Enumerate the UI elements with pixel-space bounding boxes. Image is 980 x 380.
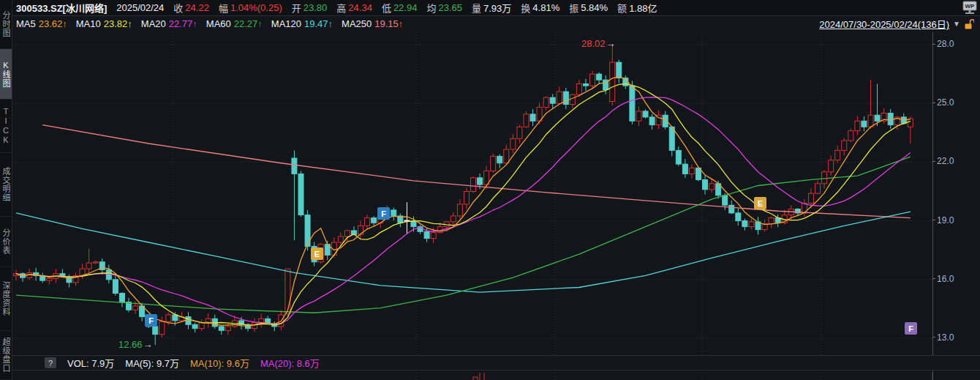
candle[interactable]	[530, 109, 535, 126]
date-range-label[interactable]: 2024/07/30-2025/02/24(136日)	[819, 17, 949, 31]
candle[interactable]	[40, 272, 45, 283]
candle[interactable]	[649, 114, 655, 130]
candle[interactable]	[590, 71, 595, 89]
wp-monitor-icon[interactable]: WP	[961, 1, 979, 15]
candle[interactable]	[742, 219, 747, 231]
candle[interactable]	[908, 116, 913, 144]
quote-fields: 收24.22幅1.04%(0.25)开23.80高24.34低22.94均23.…	[173, 1, 657, 15]
marker-badge-e[interactable]: E	[311, 247, 323, 260]
candle[interactable]	[517, 124, 522, 143]
candle[interactable]	[292, 150, 297, 240]
candle[interactable]	[656, 110, 661, 129]
candle[interactable]	[669, 126, 674, 156]
candle[interactable]	[451, 212, 456, 226]
help-icon[interactable]: ?	[45, 357, 56, 368]
candle[interactable]	[398, 214, 403, 228]
candle[interactable]	[550, 94, 555, 108]
sidebar-item-1[interactable]: K线图	[0, 49, 12, 100]
candle[interactable]	[358, 220, 363, 239]
candle[interactable]	[491, 153, 496, 173]
candle[interactable]	[881, 108, 886, 124]
unlock-icon[interactable]	[964, 18, 974, 29]
candle[interactable]	[93, 261, 98, 264]
candle[interactable]	[769, 217, 774, 228]
sidebar-item-4[interactable]: 分价表	[0, 217, 12, 267]
candle[interactable]	[736, 208, 741, 226]
candle[interactable]	[457, 199, 462, 219]
candle[interactable]	[643, 109, 648, 118]
candle[interactable]	[119, 292, 124, 307]
marker-badge-f[interactable]: F	[377, 207, 390, 220]
candle[interactable]	[563, 88, 568, 109]
candle[interactable]	[298, 171, 304, 217]
candle[interactable]	[623, 75, 628, 89]
candle[interactable]	[206, 313, 211, 327]
candle[interactable]	[543, 96, 549, 111]
sidebar-item-2[interactable]: TICK	[0, 100, 12, 153]
candle[interactable]	[219, 326, 224, 335]
candle[interactable]	[676, 146, 681, 166]
candle[interactable]	[822, 170, 827, 188]
candle[interactable]	[868, 80, 873, 129]
candle[interactable]	[47, 277, 52, 285]
candle[interactable]	[583, 79, 588, 92]
candle[interactable]	[815, 180, 821, 194]
candle[interactable]	[86, 249, 91, 274]
candle[interactable]	[709, 179, 715, 193]
candle[interactable]	[597, 72, 602, 84]
candle[interactable]	[34, 268, 39, 281]
candle[interactable]	[570, 94, 575, 108]
candle[interactable]	[73, 273, 78, 286]
candle[interactable]	[99, 258, 105, 275]
quote-field-5: 均23.65	[426, 1, 462, 15]
candle[interactable]	[848, 128, 853, 142]
candle[interactable]	[372, 216, 377, 226]
chevron-down-icon[interactable]: ▼	[953, 20, 960, 28]
candle[interactable]	[159, 317, 165, 338]
marker-badge-f[interactable]: F	[145, 314, 157, 327]
candle[interactable]	[617, 60, 622, 83]
candle[interactable]	[802, 199, 807, 217]
candle[interactable]	[186, 312, 191, 329]
candle[interactable]	[391, 207, 396, 220]
candle[interactable]	[279, 310, 284, 330]
candle[interactable]	[497, 154, 502, 168]
candle[interactable]	[610, 44, 615, 105]
candle[interactable]	[888, 109, 893, 129]
candle[interactable]	[689, 165, 694, 179]
candle[interactable]	[113, 276, 118, 296]
candle[interactable]	[259, 313, 264, 327]
candle[interactable]	[557, 86, 562, 105]
candle[interactable]	[418, 225, 423, 234]
sidebar-item-5[interactable]: 深度资料	[0, 267, 12, 331]
candle[interactable]	[27, 269, 32, 280]
candle[interactable]	[192, 323, 197, 332]
candle[interactable]	[126, 298, 131, 312]
candle[interactable]	[855, 116, 860, 135]
marker-badge-e[interactable]: E	[754, 197, 766, 209]
candle[interactable]	[829, 156, 834, 176]
sidebar-item-0[interactable]: 分时图	[0, 0, 12, 49]
candle[interactable]	[471, 176, 476, 193]
candle[interactable]	[663, 111, 668, 130]
candle[interactable]	[682, 159, 687, 178]
candle[interactable]	[365, 215, 370, 229]
candle[interactable]	[762, 220, 767, 232]
candle[interactable]	[636, 107, 641, 126]
marker-badge-f[interactable]: F	[905, 322, 917, 335]
candle[interactable]	[755, 217, 761, 234]
candle[interactable]	[464, 188, 469, 209]
candle[interactable]	[862, 116, 867, 131]
candle[interactable]	[510, 134, 516, 153]
candle[interactable]	[199, 319, 204, 331]
candle[interactable]	[20, 272, 26, 282]
candle[interactable]	[524, 111, 529, 128]
sidebar-item-3[interactable]: 成交明细	[0, 153, 12, 217]
candle[interactable]	[212, 315, 217, 329]
candle[interactable]	[703, 176, 708, 195]
candle[interactable]	[875, 83, 880, 126]
candle[interactable]	[835, 146, 840, 163]
candle[interactable]	[842, 138, 847, 156]
sidebar-item-6[interactable]: 超级盘口	[0, 331, 12, 380]
candle[interactable]	[14, 270, 19, 280]
